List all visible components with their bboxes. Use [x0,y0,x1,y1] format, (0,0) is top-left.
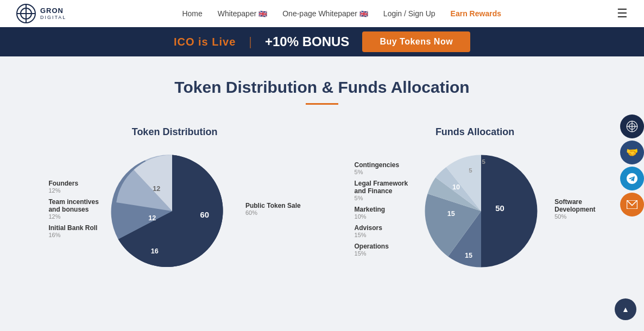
nav-earn-rewards[interactable]: Earn Rewards [451,9,501,18]
token-distribution-wrapper: Founders 12% Team incentives and bonuses… [48,149,300,273]
handshake-glyph: 🤝 [626,147,638,158]
navbar: GRON DIGITAL Home Whitepaper 🇬🇧 One-page… [0,0,644,27]
banner-ico-label: ICO is Live [174,36,236,48]
svg-text:12: 12 [153,185,160,193]
logo-brand: GRON [40,7,66,15]
nav-onepage-whitepaper[interactable]: One-page Whitepaper 🇬🇧 [282,9,368,18]
svg-text:5: 5 [482,158,486,165]
token-distribution-chart: 60 16 12 12 [110,149,235,273]
sidebar-gron-icon[interactable] [620,114,644,138]
nav-login[interactable]: Login / Sign Up [383,9,435,18]
legend-marketing: Marketing 10% [355,206,408,220]
token-legend-left: Founders 12% Team incentives and bonuses… [48,180,98,243]
banner-bonus-text: +10% BONUS [265,34,349,49]
main-content: Token Distribution & Funds Allocation To… [0,56,644,290]
whitepaper-flag: 🇬🇧 [258,10,267,18]
token-legend-right: Public Token Sale 60% [245,202,301,220]
onepage-flag: 🇬🇧 [359,10,368,18]
token-distribution-title: Token Distribution [132,126,218,138]
gron-icon [626,120,638,132]
token-distribution-section: Token Distribution Founders 12% Team inc… [48,126,300,273]
scroll-top-icon: ▲ [622,305,629,314]
svg-text:10: 10 [452,183,460,191]
legend-operations: Operations 15% [355,243,408,257]
hamburger-menu[interactable]: ☰ [617,7,628,21]
logo-icon [16,4,36,23]
svg-text:15: 15 [447,210,455,218]
funds-legend-right: Software Development 50% [554,198,595,224]
logo-subtitle: DIGITAL [40,15,66,20]
logo-text-group: GRON DIGITAL [40,7,66,20]
legend-advisors: Advisors 15% [355,224,408,238]
logo[interactable]: GRON DIGITAL [16,4,66,23]
banner-bonus-label: +10% BONUS [265,34,349,49]
title-underline [306,103,338,105]
legend-public-sale: Public Token Sale 60% [245,202,301,216]
legend-bankroll: Initial Bank Roll 16% [48,224,98,238]
funds-allocation-title: Funds Allocation [435,126,514,138]
sidebar-handshake-icon[interactable]: 🤝 [620,141,644,164]
funds-legend-left: Contingencies 5% Legal Framework and Fin… [355,161,408,261]
nav-menu: Home Whitepaper 🇬🇧 One-page Whitepaper 🇬… [182,9,501,18]
email-glyph [627,200,637,209]
scroll-top-button[interactable]: ▲ [615,298,636,320]
svg-text:60: 60 [200,210,209,219]
sidebar-icons: 🤝 [620,114,644,217]
legend-founders: Founders 12% [48,180,98,194]
legend-team: Team incentives and bonuses 12% [48,198,98,220]
svg-text:50: 50 [495,203,504,213]
funds-allocation-section: Funds Allocation Contingencies 5% Legal … [355,126,596,273]
banner: ICO is Live | +10% BONUS Buy Tokens Now [0,27,644,56]
nav-whitepaper[interactable]: Whitepaper 🇬🇧 [218,9,267,18]
nav-home[interactable]: Home [182,9,202,18]
sidebar-email-icon[interactable] [620,193,644,217]
sidebar-telegram-icon[interactable] [620,167,644,190]
svg-text:12: 12 [148,214,156,222]
svg-text:15: 15 [465,252,472,259]
svg-text:16: 16 [151,247,159,255]
svg-text:5: 5 [469,167,472,174]
legend-legal: Legal Framework and Finance 5% [355,180,408,201]
funds-allocation-chart: 50 15 15 10 5 5 [419,149,544,273]
buy-tokens-button[interactable]: Buy Tokens Now [362,31,470,52]
page-title: Token Distribution & Funds Allocation [11,78,633,97]
charts-container: Token Distribution Founders 12% Team inc… [11,126,633,273]
legend-contingencies: Contingencies 5% [355,161,408,175]
funds-allocation-wrapper: Contingencies 5% Legal Framework and Fin… [355,149,596,273]
banner-divider: | [249,35,252,49]
telegram-glyph [627,173,637,184]
legend-software-dev: Software Development 50% [554,198,595,220]
